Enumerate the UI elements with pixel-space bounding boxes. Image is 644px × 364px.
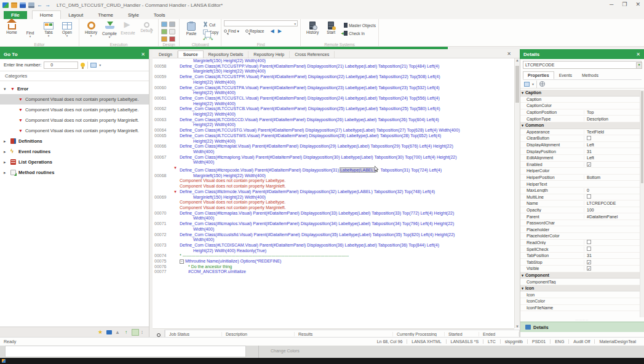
tab-methods[interactable]: Methods (577, 71, 603, 79)
master-objects-button[interactable]: Master Objects (344, 22, 376, 28)
code-line[interactable]: 00076* Do the ancestor thing (153, 264, 514, 270)
code-line[interactable]: 00071Define_Com Class(#ltcmaplos.Visual)… (153, 221, 514, 227)
tab-design[interactable]: Design (154, 51, 178, 58)
property-section-icon[interactable]: ▾Icon (520, 285, 640, 292)
tree-section-event-routines[interactable]: ▸ϟEvent routines (0, 146, 149, 157)
property-row-opacity[interactable]: Opacity100 (520, 207, 640, 214)
grid-view-icon[interactable] (524, 82, 530, 87)
property-value[interactable]: 31 (584, 253, 640, 258)
source-code[interactable]: Marginleft(150) Height(22) Width(400)000… (153, 58, 514, 328)
code-line[interactable]: 00061Define_Com Class(#LTCCUSTCL.Visual)… (153, 96, 514, 101)
property-row-enabled[interactable]: Enabled✓ (520, 162, 640, 168)
lightbulb-icon[interactable] (81, 63, 85, 67)
code-line[interactable]: Width(400) (153, 149, 514, 155)
code-line[interactable]: Height(22) Width(400) Readonly(True) (153, 248, 514, 254)
property-row-componenttag[interactable]: ComponentTag (520, 279, 640, 285)
code-line[interactable]: 00064Define_Com Class(#LTCCUSTG.Visual) … (153, 128, 514, 133)
code-line[interactable]: 00063Define_Com Class(#LTCDISCCD.Visual)… (153, 117, 514, 123)
ribbon-button-home[interactable]: Home (2, 20, 21, 34)
minimize-button[interactable]: ─ (610, 1, 613, 7)
check-in-button[interactable]: Check In (344, 30, 376, 36)
code-line[interactable]: Component Visual does not contain proper… (153, 205, 514, 211)
replace-button[interactable]: Replace (245, 29, 264, 33)
checkbox-checked[interactable]: ✓ (587, 162, 591, 167)
goto-close-icon[interactable]: ✕ (141, 52, 145, 57)
property-row-helperposition[interactable]: HelperPositionBottom (520, 175, 640, 181)
property-row-tabstop[interactable]: TabStop✓ (520, 259, 640, 266)
code-line[interactable]: Height(22) Width(400) (153, 101, 514, 107)
back-icon[interactable]: ← (37, 2, 42, 8)
checkbox-unchecked[interactable] (587, 247, 591, 251)
property-row-icon[interactable]: Icon (520, 291, 640, 298)
open-folder-icon[interactable] (11, 2, 17, 8)
property-row-readonly[interactable]: ReadOnly (520, 240, 640, 247)
code-line[interactable]: Width(400) (153, 237, 514, 243)
design-tool-icon[interactable] (169, 36, 175, 42)
design-tool-icon[interactable] (161, 29, 167, 34)
property-section-common[interactable]: ▾Common (520, 122, 640, 129)
remote-history-button[interactable]: History (303, 20, 322, 34)
remote-start-button[interactable]: Start (322, 20, 340, 34)
property-row-visible[interactable]: Visible✓ (520, 266, 640, 272)
forward-icon[interactable]: → (45, 2, 50, 8)
tree-section-method-routines[interactable]: ▸Method routines (0, 167, 149, 178)
code-line[interactable]: 00067Define_Com Class(#ltcmaplong.Visual… (153, 155, 514, 160)
copy-button[interactable]: Copy (203, 29, 218, 35)
cut-button[interactable]: Cut (203, 22, 218, 28)
property-value[interactable]: 100 (584, 208, 640, 212)
property-value[interactable]: Top (584, 110, 640, 114)
code-line[interactable]: Height(22) Width(400) (153, 112, 514, 117)
property-row-parent[interactable]: Parent#DataItemPanel (520, 213, 640, 220)
checkbox-unchecked[interactable] (587, 240, 591, 244)
property-row-displayposition[interactable]: DisplayPosition31 (520, 148, 640, 155)
tab-properties[interactable]: Properties (523, 71, 554, 79)
property-section-component[interactable]: ▾Component (520, 272, 640, 279)
find-button[interactable]: Find ▾ (224, 29, 239, 34)
tab-repository-help[interactable]: Repository Help (248, 51, 290, 58)
code-line[interactable]: Component Visual does not contain proper… (153, 200, 514, 205)
property-row-clearbutton[interactable]: ClearButton (520, 135, 640, 142)
code-line[interactable]: Width(400) (153, 227, 514, 232)
tab-details[interactable]: Details (520, 322, 644, 332)
tree-section-list-operations[interactable]: ▸List Operations (0, 157, 149, 167)
property-row-tabposition[interactable]: TabPosition31 (520, 253, 640, 259)
code-line[interactable]: 00069Marginleft(150) Height(22) Width(40… (153, 195, 514, 200)
redo-icon[interactable] (209, 37, 214, 42)
checkbox-checked[interactable]: ✓ (587, 266, 591, 271)
maximize-button[interactable]: ❐ (622, 1, 627, 7)
property-row-captionposition[interactable]: CaptionPositionTop (520, 109, 640, 116)
details-close-icon[interactable]: ✕ (636, 52, 640, 57)
property-row-multiline[interactable]: MultiLine (520, 194, 640, 201)
details-drag-handle[interactable]: ......... (520, 317, 644, 321)
property-row-caption[interactable]: Caption (520, 97, 640, 103)
code-line[interactable]: 00073Define_Com Class(#LTCDISCAM.Visual)… (153, 243, 514, 248)
property-value[interactable]: LTCREPCODE (584, 201, 640, 205)
property-row-maxlength[interactable]: MaxLength0 (520, 188, 640, 194)
find-nav-arrows[interactable]: ◀ ▶ (270, 28, 283, 34)
folder-icon[interactable] (132, 329, 139, 336)
jobs-column-header[interactable]: Job Status (165, 332, 222, 336)
design-tool-icon[interactable] (169, 29, 175, 34)
tab-cross-references[interactable]: Cross References (290, 51, 335, 58)
menu-tab-style[interactable]: Style (121, 11, 146, 19)
property-row-iconfilename[interactable]: IconFileName (520, 305, 640, 312)
close-document-icon[interactable]: ✕ (507, 51, 511, 57)
property-row-captiontype[interactable]: CaptionTypeDescription (520, 116, 640, 122)
design-tool-icon[interactable] (161, 22, 167, 27)
goto-options-icon[interactable] (90, 63, 97, 68)
property-value[interactable]: Left (584, 156, 640, 160)
code-line[interactable]: 00074* ---------------------------------… (153, 253, 514, 259)
property-row-name[interactable]: NameLTCREPCODE (520, 200, 640, 207)
jobs-column-header[interactable]: Description (222, 332, 295, 336)
error-list-item[interactable]: ▼Component Visual does not contain prope… (0, 115, 149, 125)
tab-source[interactable]: Source (178, 50, 204, 58)
property-value[interactable]: 0 (584, 188, 640, 192)
code-line[interactable]: Width(400) (153, 216, 514, 221)
property-value[interactable] (584, 194, 640, 199)
code-line[interactable]: Width(400) (153, 160, 514, 165)
property-row-displayalignment[interactable]: DisplayAlignmentLeft (520, 142, 640, 149)
code-line[interactable]: 00065Define_Com Class(#LTCCUSTWS.Visual)… (153, 133, 514, 139)
chevron-down-icon[interactable]: ▾ (532, 82, 534, 86)
help-globe-icon[interactable] (539, 81, 545, 87)
property-value[interactable]: ✓ (584, 266, 640, 271)
